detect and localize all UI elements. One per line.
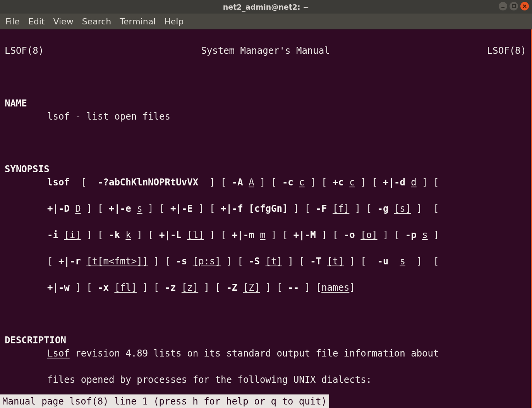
menu-edit[interactable]: Edit xyxy=(28,17,45,26)
t: ] [ xyxy=(349,203,377,214)
t: ] [ xyxy=(198,282,226,293)
name-line: lsof - list open files xyxy=(5,110,526,123)
t: s xyxy=(400,256,405,267)
t: -o xyxy=(344,230,360,240)
t: ] [ xyxy=(266,230,293,240)
synopsis-line-2: +|-D D ] [ +|-e s ] [ +|-E ] [ +|-f [cfg… xyxy=(5,202,526,215)
t: -z xyxy=(165,282,181,293)
t: [p:s] xyxy=(193,256,221,267)
close-icon[interactable] xyxy=(520,2,529,10)
menu-terminal[interactable]: Terminal xyxy=(120,17,156,26)
t: +c xyxy=(333,177,349,188)
t: -p xyxy=(405,230,422,240)
t: ] [ xyxy=(131,230,159,240)
t: ] [ xyxy=(305,177,333,188)
syn-flagset: -?abChKlnNOPRtUvVX xyxy=(98,177,198,188)
t: ] xyxy=(349,282,355,293)
desc-p1-line1: Lsof revision 4.89 lists on its standard… xyxy=(5,347,526,360)
t: ] [ xyxy=(81,230,109,240)
t: names xyxy=(321,282,349,293)
window-title: net2_admin@net2: ~ xyxy=(0,3,532,11)
t: -Z xyxy=(226,282,243,293)
t: -s xyxy=(176,256,192,267)
synopsis-line-3: -i [i] ] [ -k k ] [ +|-L [l] ] [ +|-m m … xyxy=(5,228,526,242)
t: -c xyxy=(282,177,299,188)
t: -i xyxy=(47,230,64,240)
manpage-statusbar: Manual page lsof(8) line 1 (press h for … xyxy=(0,394,329,408)
t: ] [ xyxy=(254,177,282,188)
manpage-header: LSOF(8)System Manager's ManualLSOF(8) xyxy=(5,44,526,57)
header-center: System Manager's Manual xyxy=(44,44,487,57)
menu-file[interactable]: File xyxy=(5,17,20,26)
t: ] [ xyxy=(142,203,170,214)
name-rest: - list open files xyxy=(70,111,170,122)
t: s xyxy=(422,230,427,240)
t: ] [ xyxy=(137,282,165,293)
t: ] [ xyxy=(411,203,439,214)
section-name-hdr: NAME xyxy=(5,98,27,109)
maximize-icon[interactable] xyxy=(510,2,518,10)
t: -u xyxy=(378,256,400,267)
synopsis-line-5: +|-w ] [ -x [fl] ] [ -z [z] ] [ -Z [Z] ]… xyxy=(5,281,526,294)
t: k xyxy=(125,230,131,240)
t: ] [ xyxy=(288,203,316,214)
t: ] [ xyxy=(405,256,439,267)
statusbar-wrap: Manual page lsof(8) line 1 (press h for … xyxy=(0,394,532,408)
t: -F xyxy=(316,203,333,214)
section-synopsis-hdr: SYNOPSIS xyxy=(5,164,50,175)
t: +|-D xyxy=(47,203,75,214)
t: -g xyxy=(378,203,394,214)
t: +|-M xyxy=(293,230,316,240)
menu-search[interactable]: Search xyxy=(82,17,112,26)
window-controls xyxy=(499,2,529,10)
name-cmd: lsof xyxy=(47,111,70,122)
t: revision 4.89 lists on its standard outp… xyxy=(70,348,439,359)
t: D xyxy=(75,203,81,214)
t: ] [ xyxy=(355,177,383,188)
svg-rect-1 xyxy=(512,5,515,8)
t: ] [ xyxy=(81,203,109,214)
t: [ xyxy=(70,177,98,188)
t: ] [ xyxy=(198,177,232,188)
menubar: File Edit View Search Terminal Help xyxy=(0,14,532,29)
t: ] [ xyxy=(221,256,249,267)
section-description-hdr: DESCRIPTION xyxy=(5,335,66,346)
t: ] [ xyxy=(70,282,98,293)
t: c xyxy=(299,177,304,188)
t: d xyxy=(411,177,416,188)
t: -k xyxy=(109,230,125,240)
t: [o] xyxy=(360,230,377,240)
t: [z] xyxy=(182,282,198,293)
menu-help[interactable]: Help xyxy=(164,17,184,26)
t: A xyxy=(249,177,254,188)
t: ] [ xyxy=(282,256,310,267)
synopsis-line-4: [ +|-r [t[m<fmt>]] ] [ -s [p:s] ] [ -S [… xyxy=(5,255,526,268)
syn-cmd: lsof xyxy=(47,177,70,188)
minimize-icon[interactable] xyxy=(499,2,507,10)
t: +|-r xyxy=(58,256,86,267)
t: ] xyxy=(428,230,439,240)
t: ] [ xyxy=(299,282,321,293)
desc-lsof: Lsof xyxy=(47,348,70,359)
t: ] [ xyxy=(344,256,378,267)
t: +|-m xyxy=(232,230,260,240)
terminal-viewport[interactable]: LSOF(8)System Manager's ManualLSOF(8) NA… xyxy=(0,29,532,394)
t: -- xyxy=(288,282,299,293)
t: -A xyxy=(232,177,249,188)
window-titlebar: net2_admin@net2: ~ xyxy=(0,0,532,14)
t: [t] xyxy=(266,256,282,267)
t: [i] xyxy=(64,230,81,240)
t: ] [ xyxy=(148,256,176,267)
t: +|-E xyxy=(170,203,193,214)
header-left: LSOF(8) xyxy=(5,44,44,57)
menu-view[interactable]: View xyxy=(53,17,73,26)
t: ] [ xyxy=(204,230,232,240)
t: [l] xyxy=(187,230,204,240)
t: ] [ xyxy=(316,230,344,240)
header-right: LSOF(8) xyxy=(487,44,526,57)
t: -T xyxy=(310,256,327,267)
t: [fl] xyxy=(114,282,137,293)
t: +|-e xyxy=(109,203,137,214)
t: +|-w xyxy=(47,282,70,293)
t: ] [ xyxy=(193,203,221,214)
